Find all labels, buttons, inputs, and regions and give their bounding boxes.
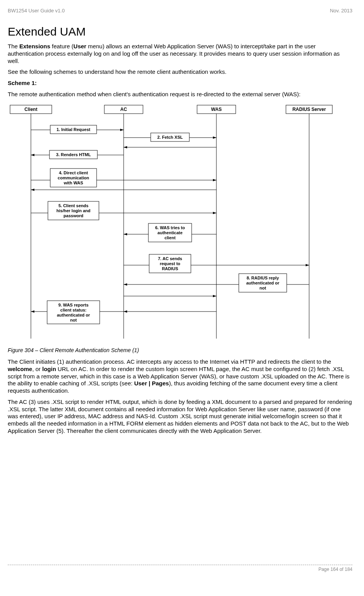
- page-number: Page 164 of 184: [8, 567, 352, 572]
- text-bold: User | Pages: [134, 380, 169, 387]
- footer-divider: [8, 565, 352, 565]
- step-1-label: 1. Initial Request: [56, 127, 90, 132]
- text-span: The: [8, 43, 19, 49]
- body-paragraph-4: The Client initiates (1) authentication …: [8, 358, 352, 395]
- svg-text:7. AC sends: 7. AC sends: [158, 256, 182, 261]
- scheme-label: Scheme 1:: [8, 80, 352, 87]
- svg-text:not: not: [70, 318, 77, 322]
- svg-text:authenticate: authenticate: [158, 230, 183, 235]
- svg-text:authenticated or: authenticated or: [57, 313, 90, 317]
- svg-text:authenticated or: authenticated or: [246, 281, 279, 285]
- intro-paragraph: The Extensions feature (User menu) allow…: [8, 43, 352, 65]
- svg-text:5. Client sends: 5. Client sends: [58, 203, 88, 208]
- svg-text:with WAS: with WAS: [63, 181, 83, 185]
- svg-text:his/her login and: his/her login and: [56, 208, 90, 213]
- scheme-description: The remote authentication method when cl…: [8, 91, 352, 98]
- text-bold: login: [42, 366, 56, 372]
- body-paragraph-5: The AC (3) uses .XSL script to render HT…: [8, 398, 352, 435]
- step-3-label: 3. Renders HTML: [56, 152, 91, 157]
- text-bold: Extensions: [19, 43, 50, 49]
- actor-was-label: WAS: [211, 107, 221, 112]
- header-right: Nov. 2013: [330, 8, 352, 14]
- page-footer: Page 164 of 184: [8, 565, 352, 572]
- svg-text:6. WAS tries to: 6. WAS tries to: [155, 225, 185, 230]
- svg-text:communication: communication: [58, 175, 89, 180]
- svg-text:request to: request to: [160, 261, 180, 266]
- figure-caption: Figure 304 – Client Remote Authenticatio…: [8, 347, 352, 354]
- svg-text:not: not: [259, 286, 266, 290]
- text-span: feature (: [50, 43, 73, 49]
- svg-text:client: client: [165, 235, 176, 240]
- svg-text:RADIUS: RADIUS: [162, 266, 178, 271]
- text-span: The Client initiates (1) authentication …: [8, 358, 331, 365]
- page-title: Extended UAM: [8, 25, 352, 38]
- svg-text:9. WAS reports: 9. WAS reports: [58, 303, 88, 307]
- text-bold: Scheme 1:: [8, 80, 37, 86]
- step-2-label: 2. Fetch XSL: [157, 135, 183, 140]
- sequence-diagram: Client AC WAS RADIUS Server 1. Initial R…: [8, 103, 352, 344]
- svg-text:client status:: client status:: [60, 308, 87, 312]
- page-header: BW1254 User Guide v1.0 Nov. 2013: [8, 8, 352, 14]
- actor-ac-label: AC: [120, 107, 127, 112]
- diagram-svg: Client AC WAS RADIUS Server 1. Initial R…: [8, 103, 348, 342]
- actor-radius-label: RADIUS Server: [293, 107, 326, 112]
- header-left: BW1254 User Guide v1.0: [8, 8, 65, 14]
- svg-text:password: password: [63, 213, 83, 218]
- text-bold: welcome: [8, 366, 32, 372]
- actor-client-label: Client: [24, 107, 37, 112]
- svg-text:4. Direct client: 4. Direct client: [59, 170, 88, 175]
- text-span: , or: [32, 366, 42, 372]
- text-bold: User: [73, 43, 86, 49]
- see-schemes-paragraph: See the following schemes to understand …: [8, 68, 352, 76]
- svg-text:8. RADIUS reply: 8. RADIUS reply: [247, 276, 279, 280]
